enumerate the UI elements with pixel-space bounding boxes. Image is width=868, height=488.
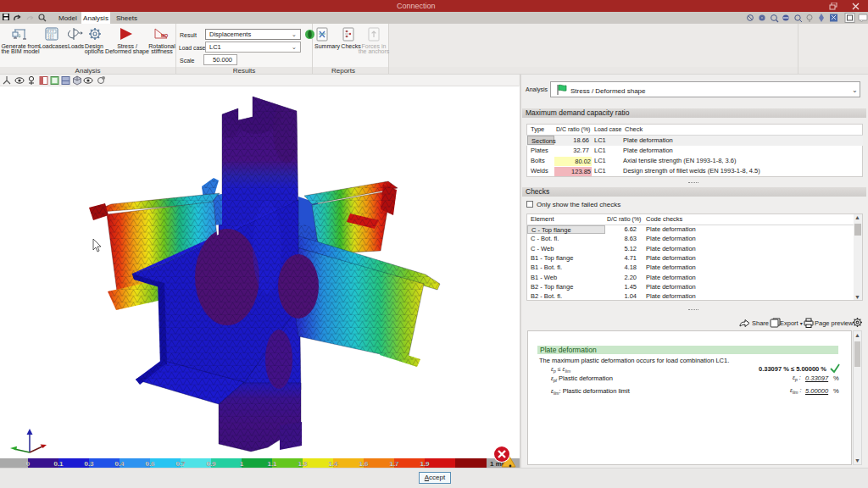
svg-text:MO: MO (161, 33, 168, 38)
svg-text:1 6 1: 1 6 1 (47, 36, 53, 40)
